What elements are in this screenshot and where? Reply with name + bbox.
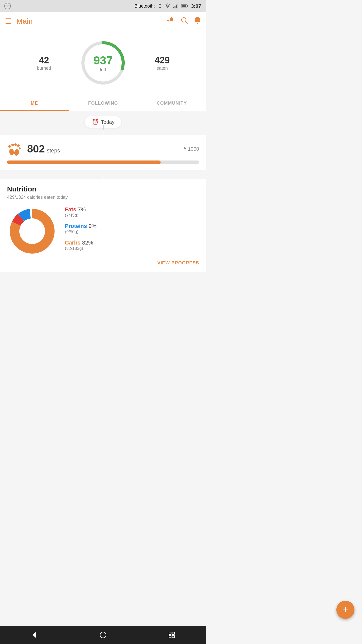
nutrition-legend: Fats 7% (7/45g) Proteins 9% (9/50g) Carb… <box>65 206 199 256</box>
tab-me[interactable]: ME <box>0 96 69 111</box>
add-friend-button[interactable] <box>166 17 174 26</box>
steps-progress-bar <box>7 160 199 164</box>
steps-card: 802 steps ⚑ 1000 <box>0 135 206 170</box>
calories-eaten: 429 eaten <box>128 55 196 71</box>
proteins-detail: (9/50g) <box>65 229 199 234</box>
steps-goal: ⚑ 1000 <box>183 146 199 152</box>
calorie-section: 42 burned 937 left 429 eaten <box>0 30 206 96</box>
timeline-connector-2 <box>103 174 103 179</box>
svg-rect-5 <box>174 6 175 8</box>
status-bar: V Bluetooth; 3:07 <box>0 0 206 12</box>
menu-button[interactable]: ☰ <box>5 17 11 25</box>
svg-point-3 <box>167 7 168 8</box>
proteins-label: Proteins <box>65 223 87 229</box>
clock-icon: ⏰ <box>92 119 99 125</box>
svg-point-18 <box>11 144 14 146</box>
tabs: ME FOLLOWING COMMUNITY <box>0 96 206 111</box>
legend-fats: Fats 7% (7/45g) <box>65 206 199 218</box>
fats-detail: (7/45g) <box>65 213 199 218</box>
svg-point-19 <box>14 143 17 146</box>
svg-point-25 <box>20 219 45 244</box>
svg-point-21 <box>19 147 21 149</box>
steps-goal-value: 1000 <box>188 146 199 152</box>
proteins-percent: 9% <box>88 223 97 229</box>
tab-following[interactable]: FOLLOWING <box>69 96 137 111</box>
steps-progress-fill <box>7 160 161 164</box>
carbs-detail: (82/183g) <box>65 246 199 251</box>
svg-line-12 <box>186 22 188 24</box>
steps-unit: steps <box>47 147 60 154</box>
svg-rect-10 <box>182 5 186 7</box>
signal-icon <box>173 3 178 9</box>
header: ☰ Main <box>0 12 206 30</box>
calories-left-label: left <box>94 67 113 72</box>
eaten-number: 429 <box>128 55 196 66</box>
svg-text:V: V <box>6 4 9 8</box>
app-title: Main <box>16 17 33 25</box>
bluetooth-icon <box>157 4 162 9</box>
today-label: Today <box>101 119 114 125</box>
nutrition-content: Fats 7% (7/45g) Proteins 9% (9/50g) Carb… <box>7 206 199 256</box>
steps-info: 802 steps <box>27 143 178 155</box>
svg-point-20 <box>17 144 20 147</box>
fats-percent: 7% <box>78 206 86 213</box>
tab-community[interactable]: COMMUNITY <box>138 96 206 111</box>
svg-rect-6 <box>176 5 177 9</box>
nutrition-title: Nutrition <box>7 185 199 193</box>
eaten-label: eaten <box>128 66 196 71</box>
wifi-icon <box>165 3 170 9</box>
timeline-line-top <box>103 125 104 130</box>
carbs-label: Carbs <box>65 239 80 246</box>
svg-point-11 <box>182 18 186 22</box>
bluetooth-icon: Bluetooth; <box>134 4 155 9</box>
view-progress-link[interactable]: VIEW PROGRESS <box>7 260 199 266</box>
footprint-icon <box>7 141 22 156</box>
timeline-connector-1 <box>103 130 103 135</box>
notifications-button[interactable] <box>194 16 201 26</box>
svg-rect-4 <box>173 7 174 8</box>
svg-point-15 <box>9 148 14 156</box>
nutrition-card: Nutrition 429/1324 calories eaten today <box>0 179 206 272</box>
donut-chart <box>7 206 57 256</box>
battery-icon <box>181 4 188 8</box>
status-app-icon: V <box>4 3 11 11</box>
status-time: 3:07 <box>191 3 201 9</box>
calories-burned: 42 burned <box>10 55 78 71</box>
svg-point-17 <box>8 145 11 148</box>
calorie-ring: 937 left <box>78 38 128 88</box>
flag-icon: ⚑ <box>183 146 187 152</box>
svg-rect-7 <box>177 4 178 8</box>
calories-left-number: 937 <box>94 54 113 67</box>
nutrition-subtitle: 429/1324 calories eaten today <box>7 195 199 200</box>
status-icons: Bluetooth; <box>134 3 188 9</box>
svg-point-16 <box>14 149 19 156</box>
svg-rect-9 <box>187 5 188 7</box>
fats-label: Fats <box>65 206 76 213</box>
legend-proteins: Proteins 9% (9/50g) <box>65 223 199 234</box>
carbs-percent: 82% <box>82 239 93 246</box>
search-button[interactable] <box>180 17 188 26</box>
burned-label: burned <box>10 66 78 71</box>
today-container: ⏰ Today <box>0 111 206 130</box>
legend-carbs: Carbs 82% (82/183g) <box>65 239 199 251</box>
steps-count: 802 <box>27 143 45 155</box>
burned-number: 42 <box>10 55 78 66</box>
